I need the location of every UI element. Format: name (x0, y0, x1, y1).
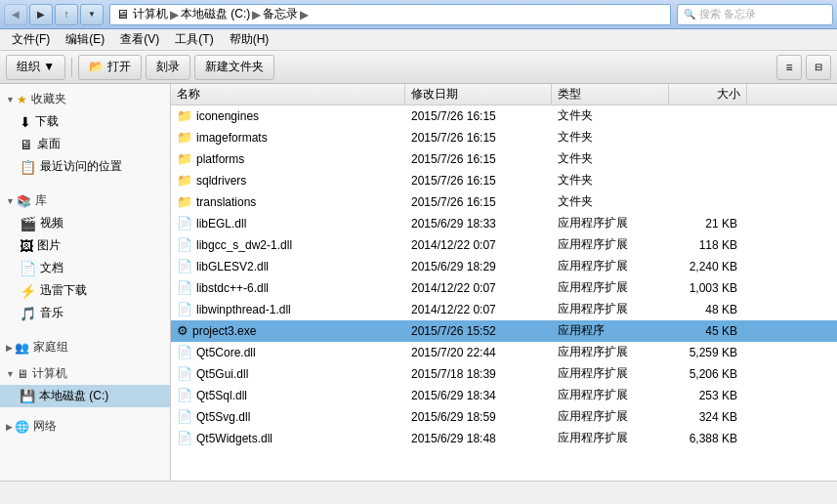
file-name: project3.exe (192, 324, 256, 338)
search-placeholder: 搜索 备忘录 (699, 7, 756, 21)
back-button[interactable]: ◀ (4, 4, 27, 25)
breadcrumb-folder[interactable]: 备忘录 (263, 6, 298, 22)
star-icon: ★ (17, 93, 27, 106)
col-header-date[interactable]: 修改日期 (405, 84, 552, 105)
file-date: 2015/6/29 18:29 (405, 260, 552, 273)
table-row[interactable]: 📁 iconengines 2015/7/26 16:15 文件夹 (171, 105, 837, 127)
network-icon: 🌐 (15, 420, 29, 434)
table-row[interactable]: 📄 libEGL.dll 2015/6/29 18:33 应用程序扩展 21 K… (171, 213, 837, 234)
table-row[interactable]: 📄 Qt5Svg.dll 2015/6/29 18:59 应用程序扩展 324 … (171, 406, 837, 428)
file-name: libwinpthread-1.dll (196, 303, 291, 316)
toolbar-separator-1 (71, 58, 72, 77)
favorites-arrow: ▼ (6, 95, 15, 105)
file-icon: 📄 (177, 280, 192, 295)
sidebar-item-drive-c[interactable]: 💾 本地磁盘 (C:) (0, 385, 170, 407)
xunlei-icon: ⚡ (20, 283, 36, 299)
table-row[interactable]: 📄 libGLESV2.dll 2015/6/29 18:29 应用程序扩展 2… (171, 256, 837, 277)
menu-tools[interactable]: 工具(T) (167, 29, 221, 50)
recent-button[interactable]: ▼ (80, 4, 104, 25)
library-label: 库 (35, 192, 47, 209)
homegroup-header[interactable]: ▶ 👥 家庭组 (0, 336, 170, 358)
table-row[interactable]: 📄 libstdc++-6.dll 2014/12/22 0:07 应用程序扩展… (171, 277, 837, 299)
col-header-size[interactable]: 大小 (669, 84, 747, 105)
file-icon: 📄 (177, 388, 192, 402)
file-date: 2015/6/29 18:48 (405, 432, 552, 445)
sidebar: ▼ ★ 收藏夹 ⬇ 下载 🖥 桌面 📋 最近访问的位置 ▼ 📚 库 (0, 84, 171, 481)
table-row[interactable]: 📄 Qt5Gui.dll 2015/7/18 18:39 应用程序扩展 5,20… (171, 363, 837, 385)
file-type: 应用程序扩展 (552, 279, 669, 296)
pictures-icon: 🖼 (20, 238, 33, 254)
table-row[interactable]: 📄 libwinpthread-1.dll 2014/12/22 0:07 应用… (171, 299, 837, 320)
forward-button[interactable]: ▶ (29, 4, 53, 25)
view-options-button[interactable]: ≡ (776, 55, 802, 80)
breadcrumb-computer[interactable]: 计算机 (133, 6, 168, 22)
sidebar-item-drive-c-label: 本地磁盘 (C:) (39, 388, 108, 404)
favorites-header[interactable]: ▼ ★ 收藏夹 (0, 88, 170, 110)
col-header-type[interactable]: 类型 (552, 84, 669, 105)
documents-icon: 📄 (20, 261, 36, 276)
table-row[interactable]: 📄 Qt5Widgets.dll 2015/6/29 18:48 应用程序扩展 … (171, 428, 837, 449)
file-icon: 📁 (177, 151, 192, 166)
sidebar-item-recent-label: 最近访问的位置 (40, 158, 122, 175)
sidebar-item-music[interactable]: 🎵 音乐 (0, 302, 170, 324)
sidebar-item-pictures[interactable]: 🖼 图片 (0, 234, 170, 257)
menu-view[interactable]: 查看(V) (112, 29, 167, 50)
sidebar-item-xunlei[interactable]: ⚡ 迅雷下载 (0, 279, 170, 302)
table-row[interactable]: 📁 sqldrivers 2015/7/26 16:15 文件夹 (171, 170, 837, 191)
column-headers: 名称 修改日期 类型 大小 (171, 84, 837, 105)
file-icon: 📁 (177, 194, 192, 209)
table-row[interactable]: 📄 Qt5Core.dll 2015/7/20 22:44 应用程序扩展 5,2… (171, 342, 837, 363)
file-name: imageformats (196, 131, 268, 145)
table-row[interactable]: 📁 platforms 2015/7/26 16:15 文件夹 (171, 148, 837, 170)
file-date: 2015/7/20 22:44 (405, 346, 552, 359)
computer-arrow: ▼ (6, 369, 15, 379)
file-date: 2014/12/22 0:07 (405, 238, 552, 252)
table-row[interactable]: 📄 libgcc_s_dw2-1.dll 2014/12/22 0:07 应用程… (171, 234, 837, 256)
menu-file[interactable]: 文件(F) (4, 29, 58, 50)
sidebar-item-desktop-label: 桌面 (37, 136, 61, 152)
table-row[interactable]: 📁 translations 2015/7/26 16:15 文件夹 (171, 191, 837, 213)
table-row[interactable]: 📁 imageformats 2015/7/26 16:15 文件夹 (171, 127, 837, 148)
drive-c-icon: 💾 (20, 389, 35, 403)
main-layout: ▼ ★ 收藏夹 ⬇ 下载 🖥 桌面 📋 最近访问的位置 ▼ 📚 库 (0, 84, 837, 481)
library-header[interactable]: ▼ 📚 库 (0, 189, 170, 212)
menu-help[interactable]: 帮助(H) (222, 29, 277, 50)
desktop-icon: 🖥 (20, 137, 33, 152)
open-button[interactable]: 📂 打开 (78, 55, 141, 80)
computer-header[interactable]: ▼ 🖥 计算机 (0, 362, 170, 385)
menu-edit[interactable]: 编辑(E) (58, 29, 112, 50)
file-name: Qt5Core.dll (196, 346, 256, 359)
sidebar-item-video[interactable]: 🎬 视频 (0, 212, 170, 234)
preview-pane-button[interactable]: ⊟ (806, 55, 831, 80)
file-icon: 📄 (177, 259, 192, 273)
up-button[interactable]: ↑ (55, 4, 78, 25)
organize-button[interactable]: 组织 ▼ (6, 55, 65, 80)
sidebar-item-documents[interactable]: 📄 文档 (0, 257, 170, 279)
sidebar-item-download[interactable]: ⬇ 下载 (0, 110, 170, 133)
video-icon: 🎬 (20, 216, 36, 231)
sidebar-item-recent[interactable]: 📋 最近访问的位置 (0, 155, 170, 178)
file-type: 应用程序 (552, 322, 669, 339)
file-name: platforms (196, 152, 244, 166)
file-icon: 📁 (177, 108, 192, 123)
file-icon: 📄 (177, 409, 192, 424)
file-size: 2,240 KB (669, 260, 747, 273)
sidebar-item-download-label: 下载 (35, 113, 59, 130)
burn-button[interactable]: 刻录 (146, 55, 190, 80)
search-button[interactable]: 🔍 搜索 备忘录 (677, 4, 833, 25)
file-icon: 📄 (177, 237, 192, 252)
file-date: 2015/6/29 18:33 (405, 217, 552, 231)
newfolder-button[interactable]: 新建文件夹 (194, 55, 274, 80)
breadcrumb-drive[interactable]: 本地磁盘 (C:) (181, 6, 250, 22)
music-icon: 🎵 (20, 306, 36, 321)
sidebar-item-desktop[interactable]: 🖥 桌面 (0, 133, 170, 155)
col-header-name[interactable]: 名称 (171, 84, 405, 105)
file-type: 应用程序扩展 (552, 430, 669, 446)
address-bar[interactable]: 🖥 计算机 ▶ 本地磁盘 (C:) ▶ 备忘录 ▶ (109, 4, 671, 25)
table-row[interactable]: ⚙ project3.exe 2015/7/26 15:52 应用程序 45 K… (171, 320, 837, 342)
network-header[interactable]: ▶ 🌐 网络 (0, 415, 170, 438)
file-type: 文件夹 (552, 150, 669, 167)
file-icon: 📄 (177, 431, 192, 445)
file-icon: 📄 (177, 216, 192, 231)
table-row[interactable]: 📄 Qt5Sql.dll 2015/6/29 18:34 应用程序扩展 253 … (171, 385, 837, 406)
